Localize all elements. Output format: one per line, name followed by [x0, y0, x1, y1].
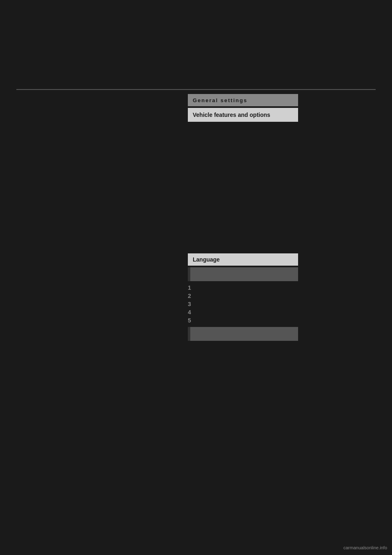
list-item-2: 2	[188, 293, 302, 299]
language-label: Language	[193, 256, 220, 263]
list-item-5: 5	[188, 317, 302, 324]
general-settings-box[interactable]: General settings	[188, 94, 298, 106]
general-settings-label: General settings	[193, 97, 247, 103]
list-item-1: 1	[188, 284, 302, 291]
language-bottom-bar[interactable]	[188, 327, 298, 341]
language-section: Language 1 2 3 4 5	[188, 253, 302, 341]
vehicle-features-box[interactable]: Vehicle features and options	[188, 108, 298, 122]
watermark: carmanualsonline.info	[343, 545, 387, 550]
list-item-3: 3	[188, 301, 302, 307]
divider-line	[16, 89, 376, 90]
watermark-text: carmanualsonline.info	[343, 545, 387, 550]
list-item-4: 4	[188, 309, 302, 316]
language-numbered-list: 1 2 3 4 5	[188, 284, 302, 324]
language-box[interactable]: Language	[188, 253, 298, 266]
page-container: General settings Vehicle features and op…	[0, 0, 392, 555]
vehicle-features-label: Vehicle features and options	[193, 112, 270, 118]
language-top-bar[interactable]	[188, 267, 298, 281]
right-panel: General settings Vehicle features and op…	[188, 94, 302, 123]
